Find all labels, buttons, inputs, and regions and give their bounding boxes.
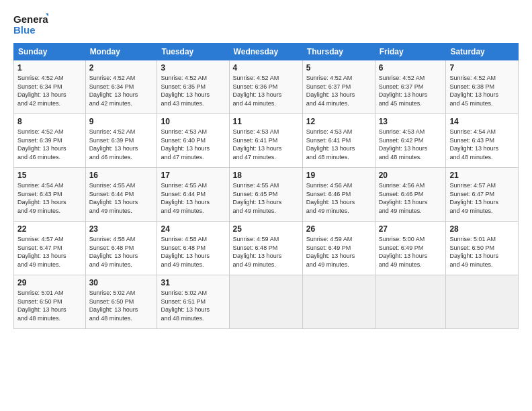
- calendar-cell: 26Sunrise: 4:59 AM Sunset: 6:49 PM Dayli…: [302, 222, 375, 275]
- day-detail: Sunrise: 4:53 AM Sunset: 6:42 PM Dayligh…: [379, 128, 443, 161]
- day-number: 8: [17, 117, 82, 126]
- day-number: 15: [17, 171, 82, 180]
- day-detail: Sunrise: 4:52 AM Sunset: 6:39 PM Dayligh…: [17, 128, 82, 161]
- calendar-cell: [229, 275, 302, 329]
- day-detail: Sunrise: 4:59 AM Sunset: 6:49 PM Dayligh…: [306, 235, 371, 269]
- calendar-cell: 30Sunrise: 5:02 AM Sunset: 6:50 PM Dayli…: [85, 275, 157, 329]
- day-detail: Sunrise: 4:58 AM Sunset: 6:48 PM Dayligh…: [161, 235, 225, 269]
- calendar-cell: 28Sunrise: 5:01 AM Sunset: 6:50 PM Dayli…: [446, 222, 519, 275]
- calendar-week-5: 29Sunrise: 5:01 AM Sunset: 6:50 PM Dayli…: [14, 275, 519, 329]
- calendar-cell: 4Sunrise: 4:52 AM Sunset: 6:36 PM Daylig…: [229, 60, 302, 114]
- weekday-wednesday: Wednesday: [229, 44, 302, 60]
- svg-text:Blue: Blue: [13, 24, 36, 36]
- calendar-cell: 7Sunrise: 4:52 AM Sunset: 6:38 PM Daylig…: [446, 60, 519, 114]
- calendar-cell: 13Sunrise: 4:53 AM Sunset: 6:42 PM Dayli…: [375, 114, 446, 168]
- calendar-cell: [375, 275, 446, 329]
- day-detail: Sunrise: 4:52 AM Sunset: 6:39 PM Dayligh…: [89, 128, 154, 161]
- day-detail: Sunrise: 4:55 AM Sunset: 6:44 PM Dayligh…: [161, 181, 225, 215]
- day-number: 1: [17, 63, 82, 73]
- calendar-cell: 17Sunrise: 4:55 AM Sunset: 6:44 PM Dayli…: [157, 168, 229, 222]
- weekday-saturday: Saturday: [446, 44, 519, 60]
- day-detail: Sunrise: 4:55 AM Sunset: 6:44 PM Dayligh…: [89, 181, 154, 215]
- calendar-cell: 21Sunrise: 4:57 AM Sunset: 6:47 PM Dayli…: [446, 168, 519, 222]
- logo-svg: General Blue: [13, 11, 48, 38]
- svg-text:General: General: [13, 13, 48, 25]
- day-detail: Sunrise: 5:00 AM Sunset: 6:49 PM Dayligh…: [379, 235, 443, 269]
- day-number: 4: [233, 63, 299, 73]
- day-number: 3: [161, 63, 225, 73]
- day-detail: Sunrise: 4:54 AM Sunset: 6:43 PM Dayligh…: [17, 181, 82, 215]
- calendar-cell: 12Sunrise: 4:53 AM Sunset: 6:41 PM Dayli…: [302, 114, 375, 168]
- day-number: 17: [161, 171, 225, 180]
- day-number: 27: [379, 224, 443, 234]
- day-detail: Sunrise: 4:53 AM Sunset: 6:40 PM Dayligh…: [161, 128, 225, 161]
- calendar-cell: 29Sunrise: 5:01 AM Sunset: 6:50 PM Dayli…: [14, 275, 86, 329]
- day-number: 26: [306, 224, 371, 234]
- day-detail: Sunrise: 4:57 AM Sunset: 6:47 PM Dayligh…: [17, 235, 82, 269]
- calendar-week-1: 1Sunrise: 4:52 AM Sunset: 6:34 PM Daylig…: [14, 60, 519, 114]
- calendar-cell: 25Sunrise: 4:59 AM Sunset: 6:48 PM Dayli…: [229, 222, 302, 275]
- calendar-cell: 18Sunrise: 4:55 AM Sunset: 6:45 PM Dayli…: [229, 168, 302, 222]
- calendar-week-4: 22Sunrise: 4:57 AM Sunset: 6:47 PM Dayli…: [14, 222, 519, 275]
- day-detail: Sunrise: 4:53 AM Sunset: 6:41 PM Dayligh…: [306, 128, 371, 161]
- calendar-cell: 10Sunrise: 4:53 AM Sunset: 6:40 PM Dayli…: [157, 114, 229, 168]
- day-detail: Sunrise: 4:57 AM Sunset: 6:47 PM Dayligh…: [449, 181, 515, 215]
- day-number: 25: [233, 224, 299, 234]
- day-detail: Sunrise: 5:01 AM Sunset: 6:50 PM Dayligh…: [449, 235, 515, 269]
- day-number: 20: [379, 171, 443, 180]
- weekday-friday: Friday: [375, 44, 446, 60]
- day-detail: Sunrise: 4:52 AM Sunset: 6:37 PM Dayligh…: [306, 74, 371, 107]
- day-number: 2: [89, 63, 154, 73]
- day-number: 23: [89, 224, 154, 234]
- day-number: 10: [161, 117, 225, 126]
- calendar-week-3: 15Sunrise: 4:54 AM Sunset: 6:43 PM Dayli…: [14, 168, 519, 222]
- day-number: 18: [233, 171, 299, 180]
- day-detail: Sunrise: 4:56 AM Sunset: 6:46 PM Dayligh…: [379, 181, 443, 215]
- calendar-cell: 3Sunrise: 4:52 AM Sunset: 6:35 PM Daylig…: [157, 60, 229, 114]
- day-number: 11: [233, 117, 299, 126]
- calendar-cell: 5Sunrise: 4:52 AM Sunset: 6:37 PM Daylig…: [302, 60, 375, 114]
- day-number: 19: [306, 171, 371, 180]
- weekday-thursday: Thursday: [302, 44, 375, 60]
- day-number: 16: [89, 171, 154, 180]
- day-detail: Sunrise: 4:52 AM Sunset: 6:38 PM Dayligh…: [449, 74, 515, 107]
- weekday-tuesday: Tuesday: [157, 44, 229, 60]
- calendar-cell: 1Sunrise: 4:52 AM Sunset: 6:34 PM Daylig…: [14, 60, 86, 114]
- calendar-cell: 14Sunrise: 4:54 AM Sunset: 6:43 PM Dayli…: [446, 114, 519, 168]
- calendar-cell: 19Sunrise: 4:56 AM Sunset: 6:46 PM Dayli…: [302, 168, 375, 222]
- day-number: 7: [449, 63, 515, 73]
- calendar-cell: 8Sunrise: 4:52 AM Sunset: 6:39 PM Daylig…: [14, 114, 86, 168]
- day-detail: Sunrise: 4:52 AM Sunset: 6:35 PM Dayligh…: [161, 74, 225, 107]
- calendar-table: SundayMondayTuesdayWednesdayThursdayFrid…: [13, 43, 519, 329]
- logo: General Blue: [13, 11, 48, 38]
- calendar-cell: [302, 275, 375, 329]
- calendar-cell: 31Sunrise: 5:02 AM Sunset: 6:51 PM Dayli…: [157, 275, 229, 329]
- calendar-cell: 16Sunrise: 4:55 AM Sunset: 6:44 PM Dayli…: [85, 168, 157, 222]
- day-detail: Sunrise: 4:53 AM Sunset: 6:41 PM Dayligh…: [233, 128, 299, 161]
- day-number: 31: [161, 278, 225, 287]
- day-number: 12: [306, 117, 371, 126]
- day-number: 28: [449, 224, 515, 234]
- day-detail: Sunrise: 4:52 AM Sunset: 6:34 PM Dayligh…: [17, 74, 82, 107]
- calendar-cell: 24Sunrise: 4:58 AM Sunset: 6:48 PM Dayli…: [157, 222, 229, 275]
- day-detail: Sunrise: 4:52 AM Sunset: 6:34 PM Dayligh…: [89, 74, 154, 107]
- day-detail: Sunrise: 5:02 AM Sunset: 6:51 PM Dayligh…: [161, 289, 225, 322]
- weekday-monday: Monday: [85, 44, 157, 60]
- calendar-cell: 20Sunrise: 4:56 AM Sunset: 6:46 PM Dayli…: [375, 168, 446, 222]
- calendar-cell: 2Sunrise: 4:52 AM Sunset: 6:34 PM Daylig…: [85, 60, 157, 114]
- day-number: 5: [306, 63, 371, 73]
- calendar-cell: 6Sunrise: 4:52 AM Sunset: 6:37 PM Daylig…: [375, 60, 446, 114]
- day-detail: Sunrise: 5:01 AM Sunset: 6:50 PM Dayligh…: [17, 289, 82, 322]
- day-detail: Sunrise: 4:58 AM Sunset: 6:48 PM Dayligh…: [89, 235, 154, 269]
- day-number: 13: [379, 117, 443, 126]
- calendar-cell: 22Sunrise: 4:57 AM Sunset: 6:47 PM Dayli…: [14, 222, 86, 275]
- calendar-week-2: 8Sunrise: 4:52 AM Sunset: 6:39 PM Daylig…: [14, 114, 519, 168]
- calendar-cell: 15Sunrise: 4:54 AM Sunset: 6:43 PM Dayli…: [14, 168, 86, 222]
- day-number: 29: [17, 278, 82, 287]
- day-number: 24: [161, 224, 225, 234]
- calendar-body: 1Sunrise: 4:52 AM Sunset: 6:34 PM Daylig…: [14, 60, 519, 329]
- calendar-cell: 27Sunrise: 5:00 AM Sunset: 6:49 PM Dayli…: [375, 222, 446, 275]
- calendar-cell: 9Sunrise: 4:52 AM Sunset: 6:39 PM Daylig…: [85, 114, 157, 168]
- weekday-sunday: Sunday: [14, 44, 86, 60]
- day-number: 30: [89, 278, 154, 287]
